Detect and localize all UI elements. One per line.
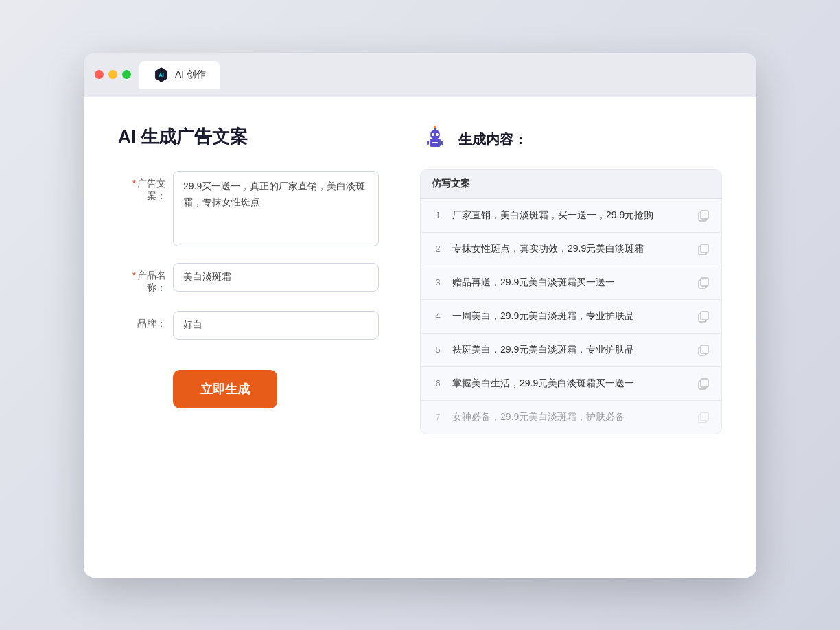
traffic-lights [95,70,131,79]
svg-point-4 [432,133,434,136]
result-row-2: 2 专抹女性斑点，真实功效，29.9元美白淡斑霜 [421,233,721,266]
row-text-2: 专抹女性斑点，真实功效，29.9元美白淡斑霜 [452,242,687,256]
page-title: AI 生成广告文案 [118,125,379,149]
row-text-3: 赠品再送，29.9元美白淡斑霜买一送一 [452,275,687,290]
brand-label: 品牌： [118,311,173,330]
row-num-4: 4 [432,311,444,321]
row-text-7: 女神必备，29.9元美白淡斑霜，护肤必备 [452,410,687,424]
ad-copy-textarea[interactable]: 29.9买一送一，真正的厂家直销，美白淡斑霜，专抹女性斑点 [173,171,379,246]
copy-icon-6[interactable] [695,376,710,391]
svg-rect-22 [701,379,708,387]
row-num-6: 6 [432,378,444,388]
right-panel: 生成内容： 仿写文案 1 厂家直销，美白淡斑霜，买一送一，29.9元抢购 [420,125,722,434]
row-num-7: 7 [432,412,444,422]
row-text-6: 掌握美白生活，29.9元美白淡斑霜买一送一 [452,376,687,390]
browser-window: AI AI 创作 AI 生成广告文案 *广告文案： 29.9买一送一，真正的厂家… [84,53,756,578]
svg-rect-24 [701,412,708,421]
svg-rect-8 [441,141,443,145]
row-num-3: 3 [432,277,444,288]
main-layout: AI 生成广告文案 *广告文案： 29.9买一送一，真正的厂家直销，美白淡斑霜，… [118,125,722,434]
ad-copy-label: *广告文案： [118,171,173,202]
tab-ai-create[interactable]: AI AI 创作 [139,61,220,89]
required-star-2: * [132,270,136,281]
row-num-2: 2 [432,244,444,254]
svg-rect-14 [701,244,708,253]
product-name-row: *产品名称： [118,263,379,294]
svg-rect-12 [701,211,708,219]
row-num-1: 1 [432,210,444,220]
product-name-label: *产品名称： [118,263,173,294]
maximize-button[interactable] [122,70,131,79]
result-row-5: 5 祛斑美白，29.9元美白淡斑霜，专业护肤品 [421,334,721,367]
row-text-4: 一周美白，29.9元美白淡斑霜，专业护肤品 [452,309,687,323]
svg-rect-16 [701,278,708,286]
svg-rect-7 [427,141,429,145]
result-row-1: 1 厂家直销，美白淡斑霜，买一送一，29.9元抢购 [421,199,721,233]
required-star-1: * [132,178,136,189]
result-header: 生成内容： [420,125,722,155]
browser-content: AI 生成广告文案 *广告文案： 29.9买一送一，真正的厂家直销，美白淡斑霜，… [84,97,756,578]
table-header: 仿写文案 [421,170,721,199]
tab-label: AI 创作 [175,69,206,81]
result-row-3: 3 赠品再送，29.9元美白淡斑霜买一送一 [421,266,721,300]
result-row-6: 6 掌握美白生活，29.9元美白淡斑霜买一送一 [421,367,721,401]
svg-text:AI: AI [159,72,164,78]
ai-tab-icon: AI [153,67,170,83]
svg-rect-20 [701,345,708,353]
copy-icon-2[interactable] [695,242,710,257]
row-text-1: 厂家直销，美白淡斑霜，买一送一，29.9元抢购 [452,208,687,222]
close-button[interactable] [95,70,104,79]
brand-input[interactable] [173,311,379,340]
result-row-7: 7 女神必备，29.9元美白淡斑霜，护肤必备 [421,401,721,434]
left-panel: AI 生成广告文案 *广告文案： 29.9买一送一，真正的厂家直销，美白淡斑霜，… [118,125,379,434]
svg-rect-6 [432,142,438,143]
row-text-5: 祛斑美白，29.9元美白淡斑霜，专业护肤品 [452,342,687,357]
svg-rect-18 [701,312,708,320]
result-row-4: 4 一周美白，29.9元美白淡斑霜，专业护肤品 [421,300,721,334]
product-name-input[interactable] [173,263,379,292]
svg-point-10 [434,126,436,128]
ad-copy-row: *广告文案： 29.9买一送一，真正的厂家直销，美白淡斑霜，专抹女性斑点 [118,171,379,246]
minimize-button[interactable] [108,70,117,79]
row-num-5: 5 [432,345,444,355]
copy-icon-3[interactable] [695,275,710,290]
titlebar: AI AI 创作 [84,53,756,97]
copy-icon-1[interactable] [695,208,710,223]
result-title: 生成内容： [458,130,527,149]
copy-icon-4[interactable] [695,309,710,324]
copy-icon-7[interactable] [695,410,710,425]
results-table: 仿写文案 1 厂家直销，美白淡斑霜，买一送一，29.9元抢购 2 专抹女性斑点，… [420,169,722,434]
robot-icon [420,125,450,155]
generate-button[interactable]: 立即生成 [173,370,277,408]
copy-icon-5[interactable] [695,342,710,358]
brand-row: 品牌： [118,311,379,340]
svg-point-5 [436,133,439,136]
